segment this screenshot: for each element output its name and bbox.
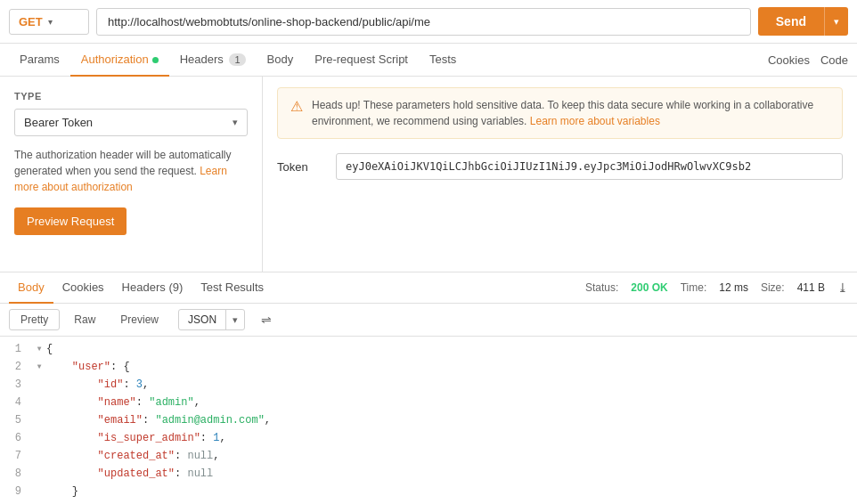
type-label: TYPE xyxy=(14,91,248,102)
code-area: 1▾{2▾ "user": {3 "id": 3,4 "name": "admi… xyxy=(0,337,857,504)
type-select[interactable]: Bearer Token ▾ xyxy=(14,109,248,136)
size-value: 411 B xyxy=(797,281,825,294)
code-line: 7 "created_at": null, xyxy=(0,447,857,465)
format-tab-preview[interactable]: Preview xyxy=(110,310,169,329)
send-btn-group: Send ▾ xyxy=(758,7,848,36)
response-tab-test-results[interactable]: Test Results xyxy=(192,272,273,304)
line-code: "email": "admin@admin.com", xyxy=(46,411,857,429)
format-bar: Pretty Raw Preview JSON ▾ ⇌ xyxy=(0,304,857,337)
format-select-label: JSON xyxy=(179,310,226,329)
time-value: 12 ms xyxy=(719,281,748,294)
line-number: 4 xyxy=(0,394,32,411)
format-select-group: JSON ▾ xyxy=(178,309,245,330)
line-code: "id": 3, xyxy=(46,376,857,394)
code-line: 2▾ "user": { xyxy=(0,358,857,376)
line-toggle[interactable]: ▾ xyxy=(32,340,46,358)
auth-dot xyxy=(152,57,159,63)
tabs-right: Cookies Code xyxy=(768,53,848,67)
code-line: 8 "updated_at": null xyxy=(0,465,857,483)
save-response-icon[interactable]: ⤓ xyxy=(837,280,848,295)
tab-headers[interactable]: Headers 1 xyxy=(169,44,257,77)
code-line: 4 "name": "admin", xyxy=(0,394,857,411)
line-number: 9 xyxy=(0,483,32,500)
code-line: 6 "is_super_admin": 1, xyxy=(0,429,857,447)
method-arrow-icon: ▾ xyxy=(48,17,53,27)
token-panel: ⚠ Heads up! These parameters hold sensit… xyxy=(263,77,857,272)
line-code: "name": "admin", xyxy=(46,394,857,411)
auth-panel: TYPE Bearer Token ▾ The authorization he… xyxy=(0,77,263,272)
top-bar: GET ▾ Send ▾ xyxy=(0,0,857,44)
token-label: Token xyxy=(277,160,322,174)
send-button[interactable]: Send xyxy=(758,7,824,36)
method-label: GET xyxy=(19,15,43,28)
line-code: } xyxy=(46,500,857,504)
warning-text: Heads up! These parameters hold sensitiv… xyxy=(312,97,829,129)
line-number: 8 xyxy=(0,465,32,483)
code-line: 10 } xyxy=(0,500,857,504)
line-number: 5 xyxy=(0,411,32,429)
line-code: { xyxy=(46,340,857,358)
code-line: 5 "email": "admin@admin.com", xyxy=(0,411,857,429)
type-select-text: Bearer Token xyxy=(24,116,93,129)
resp-headers-count: (9) xyxy=(168,280,183,294)
response-section: Body Cookies Headers (9) Test Results St… xyxy=(0,272,857,504)
tab-params[interactable]: Params xyxy=(9,44,70,77)
code-line: 3 "id": 3, xyxy=(0,376,857,394)
response-tab-body[interactable]: Body xyxy=(9,272,53,304)
auth-description: The authorization header will be automat… xyxy=(14,147,248,195)
response-tab-cookies[interactable]: Cookies xyxy=(53,272,113,304)
url-input[interactable] xyxy=(96,8,751,36)
tab-body[interactable]: Body xyxy=(257,44,305,77)
status-label-text: Status: xyxy=(585,281,618,294)
tab-tests[interactable]: Tests xyxy=(419,44,467,77)
request-tabs: Params Authorization Headers 1 Body Pre-… xyxy=(0,44,857,77)
tab-pre-request[interactable]: Pre-request Script xyxy=(304,44,419,77)
line-code: "user": { xyxy=(46,358,857,376)
code-line: 9 } xyxy=(0,483,857,500)
wrap-lines-icon[interactable]: ⇌ xyxy=(254,309,279,330)
line-code: } xyxy=(46,483,857,500)
time-label-text: Time: xyxy=(681,281,707,294)
cookies-link[interactable]: Cookies xyxy=(768,53,810,67)
line-number: 7 xyxy=(0,447,32,465)
warning-banner: ⚠ Heads up! These parameters hold sensit… xyxy=(277,87,843,139)
line-code: "created_at": null, xyxy=(46,447,857,465)
warning-icon: ⚠ xyxy=(290,98,303,115)
line-code: "is_super_admin": 1, xyxy=(46,429,857,447)
tab-authorization[interactable]: Authorization xyxy=(70,44,169,77)
line-number: 2 xyxy=(0,358,32,376)
preview-request-button[interactable]: Preview Request xyxy=(14,207,127,235)
send-dropdown-button[interactable]: ▾ xyxy=(824,7,848,36)
format-select-arrow-icon[interactable]: ▾ xyxy=(226,311,244,329)
status-value: 200 OK xyxy=(631,281,667,294)
line-number: 1 xyxy=(0,340,32,358)
code-line: 1▾{ xyxy=(0,340,857,358)
main-content: TYPE Bearer Token ▾ The authorization he… xyxy=(0,77,857,272)
format-tab-pretty[interactable]: Pretty xyxy=(9,309,60,330)
size-label-text: Size: xyxy=(761,281,785,294)
response-tab-headers[interactable]: Headers (9) xyxy=(113,272,192,304)
line-number: 3 xyxy=(0,376,32,394)
method-select[interactable]: GET ▾ xyxy=(9,9,89,35)
line-number: 6 xyxy=(0,429,32,447)
token-row: Token xyxy=(277,153,843,180)
line-toggle[interactable]: ▾ xyxy=(32,358,46,376)
format-tab-raw[interactable]: Raw xyxy=(63,310,106,329)
response-status: Status: 200 OK Time: 12 ms Size: 411 B ⤓ xyxy=(585,280,848,295)
line-code: "updated_at": null xyxy=(46,465,857,483)
response-tabs: Body Cookies Headers (9) Test Results St… xyxy=(0,272,857,304)
line-number: 10 xyxy=(0,500,32,504)
token-input[interactable] xyxy=(336,153,843,180)
learn-more-variables-link[interactable]: Learn more about variables xyxy=(530,115,660,127)
type-select-arrow-icon: ▾ xyxy=(233,117,238,128)
headers-count: 1 xyxy=(229,53,245,66)
code-link[interactable]: Code xyxy=(820,53,848,67)
